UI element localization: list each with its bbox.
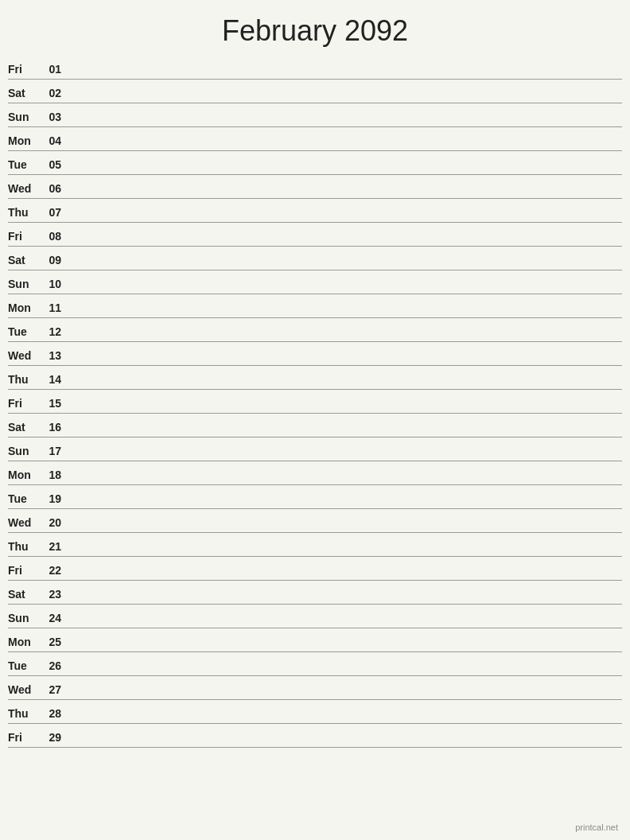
day-line xyxy=(69,528,622,529)
day-name: Fri xyxy=(8,564,44,577)
day-number: 24 xyxy=(44,612,69,624)
day-row: Sat09 xyxy=(8,247,622,270)
day-line xyxy=(69,433,622,434)
day-name: Mon xyxy=(8,636,44,648)
day-row: Wed13 xyxy=(8,342,622,366)
day-number: 29 xyxy=(44,731,69,744)
day-line xyxy=(69,576,622,577)
day-name: Fri xyxy=(8,731,44,744)
day-line xyxy=(69,671,622,672)
day-line xyxy=(69,122,622,123)
day-name: Fri xyxy=(8,397,44,410)
calendar-list: Fri01Sat02Sun03Mon04Tue05Wed06Thu07Fri08… xyxy=(0,56,630,748)
day-name: Fri xyxy=(8,63,44,76)
day-line xyxy=(69,624,622,624)
day-number: 22 xyxy=(44,564,69,577)
day-name: Fri xyxy=(8,230,44,243)
page-title: February 2092 xyxy=(0,0,630,56)
day-row: Mon18 xyxy=(8,461,622,485)
day-name: Tue xyxy=(8,158,44,171)
day-line xyxy=(69,266,622,266)
day-name: Tue xyxy=(8,492,44,505)
day-name: Sat xyxy=(8,421,44,434)
day-number: 25 xyxy=(44,636,69,648)
day-row: Tue05 xyxy=(8,151,622,175)
day-number: 06 xyxy=(44,182,69,195)
day-number: 26 xyxy=(44,659,69,672)
day-row: Tue12 xyxy=(8,318,622,342)
day-line xyxy=(69,290,622,290)
day-row: Wed20 xyxy=(8,509,622,533)
day-row: Thu28 xyxy=(8,700,622,724)
day-line xyxy=(69,361,622,362)
day-number: 12 xyxy=(44,325,69,338)
day-name: Sun xyxy=(8,612,44,624)
day-number: 27 xyxy=(44,683,69,696)
day-line xyxy=(69,480,622,481)
day-name: Wed xyxy=(8,349,44,362)
day-row: Sun03 xyxy=(8,103,622,127)
day-name: Thu xyxy=(8,206,44,219)
day-row: Sun17 xyxy=(8,438,622,461)
day-row: Fri22 xyxy=(8,557,622,581)
day-line xyxy=(69,719,622,720)
day-number: 23 xyxy=(44,588,69,601)
day-number: 20 xyxy=(44,516,69,529)
day-number: 17 xyxy=(44,445,69,457)
day-line xyxy=(69,170,622,171)
day-name: Mon xyxy=(8,134,44,147)
day-line xyxy=(69,457,622,457)
day-number: 18 xyxy=(44,469,69,481)
day-number: 15 xyxy=(44,397,69,410)
day-line xyxy=(69,218,622,219)
day-row: Wed27 xyxy=(8,676,622,700)
footer-credit: printcal.net xyxy=(575,822,618,832)
day-row: Sat16 xyxy=(8,414,622,438)
day-name: Thu xyxy=(8,373,44,386)
day-name: Mon xyxy=(8,469,44,481)
day-number: 21 xyxy=(44,540,69,553)
day-name: Sat xyxy=(8,254,44,266)
day-number: 01 xyxy=(44,63,69,76)
day-row: Thu07 xyxy=(8,199,622,223)
day-number: 10 xyxy=(44,278,69,290)
day-line xyxy=(69,313,622,314)
day-row: Fri01 xyxy=(8,56,622,80)
day-line xyxy=(69,385,622,386)
day-number: 07 xyxy=(44,206,69,219)
day-number: 13 xyxy=(44,349,69,362)
day-row: Fri08 xyxy=(8,223,622,247)
day-number: 02 xyxy=(44,87,69,99)
day-line xyxy=(69,743,622,744)
day-line xyxy=(69,648,622,648)
day-line xyxy=(69,146,622,147)
day-line xyxy=(69,695,622,696)
day-line xyxy=(69,552,622,553)
day-line xyxy=(69,337,622,338)
day-number: 09 xyxy=(44,254,69,266)
day-line xyxy=(69,409,622,410)
day-number: 05 xyxy=(44,158,69,171)
day-name: Wed xyxy=(8,182,44,195)
day-number: 19 xyxy=(44,492,69,505)
day-number: 16 xyxy=(44,421,69,434)
day-row: Sat23 xyxy=(8,581,622,605)
day-number: 11 xyxy=(44,301,69,314)
day-name: Mon xyxy=(8,301,44,314)
day-name: Wed xyxy=(8,516,44,529)
day-number: 04 xyxy=(44,134,69,147)
day-row: Mon04 xyxy=(8,127,622,151)
day-name: Sun xyxy=(8,278,44,290)
day-name: Wed xyxy=(8,683,44,696)
day-name: Sun xyxy=(8,111,44,123)
day-line xyxy=(69,504,622,505)
day-row: Mon11 xyxy=(8,294,622,318)
day-name: Sun xyxy=(8,445,44,457)
day-name: Sat xyxy=(8,87,44,99)
day-number: 14 xyxy=(44,373,69,386)
day-number: 03 xyxy=(44,111,69,123)
day-row: Tue26 xyxy=(8,652,622,676)
day-row: Sun24 xyxy=(8,605,622,628)
day-name: Thu xyxy=(8,707,44,720)
day-number: 08 xyxy=(44,230,69,243)
